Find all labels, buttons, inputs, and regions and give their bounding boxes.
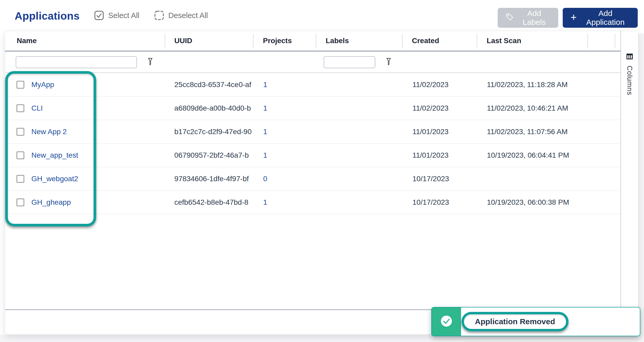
plus-icon: +: [571, 12, 577, 22]
empty-cell: [588, 167, 621, 190]
success-check-icon: [440, 315, 452, 328]
app-name-link[interactable]: MyApp: [31, 81, 54, 89]
empty-cell: [588, 144, 621, 167]
column-header-last-scan[interactable]: Last Scan: [477, 31, 588, 50]
uuid-cell: b17c2c7c-d2f9-47ed-90: [165, 120, 253, 143]
projects-count-link[interactable]: 1: [263, 104, 267, 112]
filter-row: [5, 52, 621, 73]
created-cell: 10/17/2023: [402, 167, 477, 190]
table-row: New_app_test06790957-2bf2-46a7-b111/01/2…: [5, 144, 621, 167]
row-checkbox[interactable]: [16, 128, 24, 136]
labels-cell: [316, 144, 402, 167]
columns-grid-icon: [626, 31, 633, 59]
name-cell: GH_webgoat2: [5, 167, 165, 190]
deselect-all-button[interactable]: Deselect All: [154, 10, 208, 20]
page-header: Applications Select All Deselect All Add…: [0, 0, 644, 31]
app-name-link[interactable]: New App 2: [31, 128, 67, 136]
labels-cell: [316, 191, 402, 214]
checkbox-dashed-icon: [154, 10, 164, 20]
last-scan-cell: 10/19/2023, 06:00:38 PM: [477, 191, 588, 214]
projects-count-link[interactable]: 1: [263, 151, 267, 159]
projects-cell: 1: [253, 191, 316, 214]
table-row: New App 2b17c2c7c-d2f9-47ed-90111/01/202…: [5, 120, 621, 144]
uuid-cell: a6809d6e-a00b-40d0-b: [165, 96, 253, 120]
created-cell: 11/02/2023: [402, 73, 477, 96]
last-scan-cell: 10/19/2023, 06:04:41 PM: [477, 144, 588, 167]
name-cell: New App 2: [5, 120, 165, 143]
labels-filter-cell: [316, 56, 402, 68]
table-row: CLIa6809d6e-a00b-40d0-b111/02/202311/02/…: [5, 96, 621, 120]
created-cell: 10/17/2023: [402, 191, 477, 214]
table-row: GH_gheappcefb6542-b8eb-47bd-8110/17/2023…: [5, 191, 621, 214]
add-labels-button[interactable]: Add Labels: [498, 8, 558, 28]
last-scan-cell: 11/02/2023, 10:46:21 AM: [477, 96, 588, 120]
projects-count-link[interactable]: 1: [263, 198, 267, 207]
uuid-cell: 97834606-1dfe-4f97-bf: [165, 167, 253, 190]
column-header-name[interactable]: Name: [5, 31, 165, 50]
table-body: MyApp25cc8cd3-6537-4ce0-af111/02/202311/…: [5, 73, 621, 214]
columns-panel-toggle[interactable]: Columns: [620, 31, 638, 334]
toast-success: Application Removed: [431, 307, 640, 336]
row-checkbox[interactable]: [16, 151, 24, 159]
uuid-cell: 06790957-2bf2-46a7-b: [165, 144, 253, 167]
empty-cell: [588, 120, 621, 143]
app-name-link[interactable]: New_app_test: [31, 151, 78, 159]
row-checkbox[interactable]: [16, 81, 24, 89]
filter-funnel-icon[interactable]: [385, 57, 393, 67]
tag-icon: [505, 13, 514, 23]
column-header-empty: [588, 31, 621, 50]
column-separator: [615, 34, 615, 48]
last-scan-cell: 11/02/2023, 11:07:56 AM: [477, 120, 588, 143]
app-name-link[interactable]: GH_gheapp: [31, 198, 71, 207]
toast-status-panel: [432, 307, 461, 336]
page-title: Applications: [15, 10, 79, 22]
column-header-labels[interactable]: Labels: [316, 31, 402, 50]
page-background-right: [638, 33, 644, 342]
name-cell: GH_gheapp: [5, 191, 165, 214]
empty-cell: [588, 191, 621, 214]
created-cell: 11/01/2023: [402, 120, 477, 143]
labels-cell: [316, 73, 402, 96]
column-header-uuid[interactable]: UUID: [165, 31, 253, 50]
projects-cell: 0: [253, 167, 316, 190]
projects-count-link[interactable]: 1: [263, 128, 267, 136]
column-header-created[interactable]: Created: [402, 31, 477, 50]
annotation-highlight-toast-message: Application Removed: [462, 312, 568, 331]
created-cell: 11/02/2023: [402, 96, 477, 120]
labels-cell: [316, 167, 402, 190]
add-labels-label: Add Labels: [518, 9, 550, 27]
select-all-label: Select All: [108, 11, 139, 20]
applications-table-card: Name UUID Projects Labels Created Last S…: [5, 31, 638, 334]
app-name-link[interactable]: GH_webgoat2: [31, 175, 78, 183]
uuid-cell: 25cc8cd3-6537-4ce0-af: [165, 73, 253, 96]
name-cell: CLI: [5, 96, 165, 120]
created-cell: 11/01/2023: [402, 144, 477, 167]
projects-cell: 1: [253, 73, 316, 96]
projects-count-link[interactable]: 0: [263, 175, 267, 183]
add-application-button[interactable]: + Add Application: [563, 8, 638, 28]
empty-cell: [588, 73, 621, 96]
toast-body: Application Removed: [461, 307, 640, 336]
name-filter-cell: [5, 56, 165, 68]
row-checkbox[interactable]: [16, 198, 24, 206]
table-row: GH_webgoat297834606-1dfe-4f97-bf010/17/2…: [5, 167, 621, 191]
table-zone: Name UUID Projects Labels Created Last S…: [5, 31, 621, 334]
filter-funnel-icon[interactable]: [146, 57, 154, 67]
select-all-button[interactable]: Select All: [94, 10, 139, 20]
row-checkbox[interactable]: [16, 175, 24, 183]
projects-cell: 1: [253, 144, 316, 167]
row-checkbox[interactable]: [16, 104, 24, 112]
table-header-row: Name UUID Projects Labels Created Last S…: [5, 31, 621, 50]
uuid-cell: cefb6542-b8eb-47bd-8: [165, 191, 253, 214]
labels-filter-input[interactable]: [324, 56, 375, 68]
add-application-label: Add Application: [581, 9, 630, 27]
empty-cell: [588, 96, 621, 120]
checkbox-checked-icon: [94, 10, 104, 20]
app-name-link[interactable]: CLI: [31, 104, 43, 112]
name-filter-input[interactable]: [16, 56, 137, 68]
column-header-projects[interactable]: Projects: [253, 31, 316, 50]
deselect-all-label: Deselect All: [168, 11, 208, 20]
toast-message: Application Removed: [475, 317, 555, 326]
last-scan-cell: 11/02/2023, 11:18:28 AM: [477, 73, 588, 96]
projects-count-link[interactable]: 1: [263, 81, 267, 89]
